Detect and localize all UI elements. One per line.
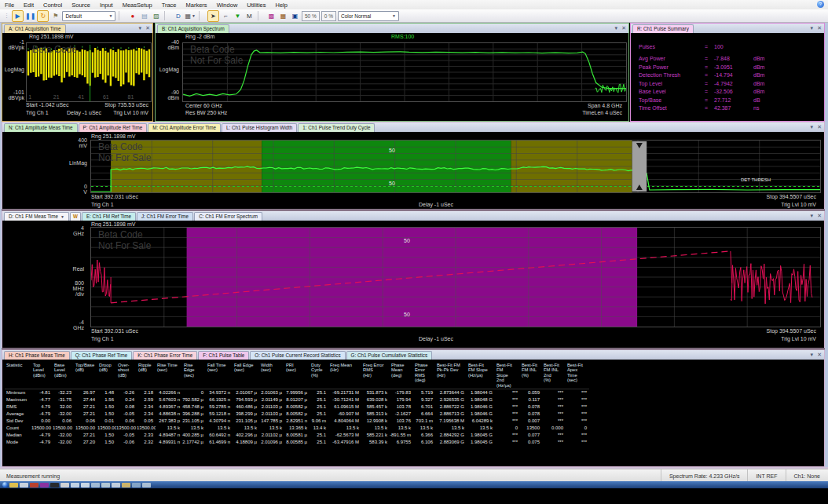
digital-demod-icon[interactable]: D [173,11,183,21]
column-header: PRI (sec) [284,362,310,389]
marker-icon[interactable]: M [244,11,255,21]
table-cell: 402.296 µ [233,432,259,439]
preset-combo[interactable]: Default▼ [62,11,115,21]
fm-meas-plot[interactable] [90,227,821,327]
menu-control[interactable]: Control [38,2,67,9]
tab-m[interactable]: M: Ch1 Amplitude Error Time [148,123,221,132]
panel-close-icon[interactable]: ✕ [621,24,626,32]
reference-indicator: INT REF [747,469,785,482]
tab-r-pulse-summary[interactable]: R: Ch1 Pulse Summary [632,24,694,33]
panel-menu-icon[interactable]: ▾ [811,123,814,131]
table-cell: 794.593 µ [233,396,259,404]
table-cell: 13.365 k [284,425,310,432]
pause-icon[interactable]: ❚❚ [25,11,35,21]
select-arrow-icon[interactable]: ➤ [207,10,219,22]
menu-help[interactable]: Help [270,2,291,9]
persistence-box[interactable]: 50 % [302,11,320,21]
delay-label: Delay -1 uSec [67,110,101,115]
panel-close-icon[interactable]: ✕ [817,351,822,359]
range-annotation: Rng -2 dBm [185,34,214,39]
tab-q[interactable]: Q: Ch1 Phase Ref Time [71,351,133,360]
taskbar-app-icon[interactable] [112,483,120,488]
tab-1[interactable]: 1: Ch1 Pulse Trend Duty Cycle [298,123,375,132]
tab-e[interactable]: E: Ch1 FM Ref Time [82,212,136,221]
menu-window[interactable]: Window [212,2,243,9]
taskbar-app-icon[interactable] [50,483,59,488]
save-trace-icon[interactable]: ▨ [151,11,161,21]
panel-menu-icon[interactable]: ▾ [615,24,618,32]
table-cell: 27.21 [74,432,97,439]
taskbar-app-icon[interactable] [122,483,130,488]
tab-k[interactable]: K: Ch1 Phase Error Time [133,351,197,360]
taskbar-app-icon[interactable] [9,483,18,488]
tab-g[interactable]: G: Ch1 Pulse Cumulative Statistics [346,351,433,360]
taskbar-app-icon[interactable] [142,483,151,488]
panel-menu-icon[interactable]: ▾ [139,24,142,32]
taskbar-app-icon[interactable] [101,483,110,488]
tab-p[interactable]: P: Ch1 Amplitude Ref Time [79,123,148,132]
table-cell: 13.5 k [361,425,390,432]
menu-utilities[interactable]: Utilities [242,2,270,9]
band-marker-handle[interactable] [632,141,647,192]
acquisition-spectrum-plot[interactable] [182,42,627,102]
taskbar-app-icon[interactable] [20,483,28,488]
start-button-icon[interactable] [2,482,8,488]
tab-d[interactable]: D: Ch1 FM Meas Time▼ [4,212,69,221]
trig-level-label: Trig Lvl 10 mV [113,110,148,115]
menu-input[interactable]: Input [95,2,118,9]
heatmap-icon[interactable]: ▣ [290,11,300,21]
table-row: RMS4.7932.0027.211.500.082.344.89367 n45… [5,404,589,411]
record-icon[interactable]: ● [127,11,137,21]
window-layout-icon[interactable]: ▦▼ [185,11,196,21]
tab-l[interactable]: L: Ch1 Pulse Histogram Width [222,123,297,132]
panel-menu-icon[interactable]: ▾ [811,212,814,220]
taskbar-app-icon[interactable] [91,483,100,488]
menu-edit[interactable]: Edit [19,2,38,9]
taskbar-app-icon[interactable] [132,483,141,488]
taskbar-app-icon[interactable] [81,483,90,488]
window-right-border [825,23,828,481]
tab-n[interactable]: N: Ch1 Amplitude Meas Time [4,123,78,132]
band-select-icon[interactable]: ⌐ [221,11,231,21]
preset-tag-icon[interactable]: ⚑ [50,11,60,21]
marker-peak-icon[interactable]: ▼ [233,11,243,21]
table-cell: 7.99956 µ [284,389,310,396]
menu-markers[interactable]: Markers [181,2,212,9]
menu-file[interactable]: File [0,2,19,9]
menu-trace[interactable]: Trace [157,2,181,9]
play-icon[interactable]: ▶ [12,10,24,22]
waterfall-icon[interactable]: ▦ [278,11,288,21]
taskbar-app-icon[interactable] [71,483,79,488]
panel-close-icon[interactable]: ✕ [817,212,822,220]
table-cell: 13.5 k [413,425,435,432]
table-cell: 8.01207 µ [284,396,310,404]
table-cell: *** [495,418,520,425]
panel-close-icon[interactable]: ✕ [817,123,822,131]
help-orb-icon[interactable]: ? [817,1,824,8]
color-combo[interactable]: Color Normal▼ [338,11,399,21]
tab-a-acquisition-time[interactable]: A: Ch1 Acquisition Time [4,24,66,33]
threshold-box[interactable]: 0 % [321,11,336,21]
panel-close-icon[interactable]: ✕ [817,24,822,32]
tab-h[interactable]: H: Ch1 Phase Meas Time [4,351,70,360]
taskbar-app-icon[interactable] [30,483,38,488]
taskbar-app-icon[interactable] [40,483,49,488]
panel-menu-icon[interactable]: ▾ [811,351,814,359]
tab-w-indicator[interactable]: W [70,212,81,221]
tab-f[interactable]: F: Ch1 Pulse Table [198,351,249,360]
amplitude-meas-plot[interactable] [90,140,821,193]
panel-close-icon[interactable]: ✕ [145,24,150,32]
tab-o[interactable]: O: Ch1 Pulse Current Record Statistics [250,351,345,360]
menu-source[interactable]: Source [67,2,95,9]
table-cell: *** [542,396,566,404]
table-cell: 2.82951 n [284,418,310,425]
tab-j[interactable]: J: Ch1 FM Error Time [137,212,193,221]
tab-b-acquisition-spectrum[interactable]: B: Ch1 Acquisition Spectrum [157,24,229,33]
taskbar-app-icon[interactable] [60,483,69,488]
menu-meassetup[interactable]: MeasSetup [118,2,157,9]
tab-c[interactable]: C: Ch1 FM Error Spectrum [194,212,262,221]
restart-icon[interactable]: ↻ [37,10,49,22]
panel-menu-icon[interactable]: ▾ [811,24,814,32]
spectrogram-icon[interactable]: ▩ [266,11,277,21]
copy-screen-icon[interactable]: ▤ [139,11,149,21]
